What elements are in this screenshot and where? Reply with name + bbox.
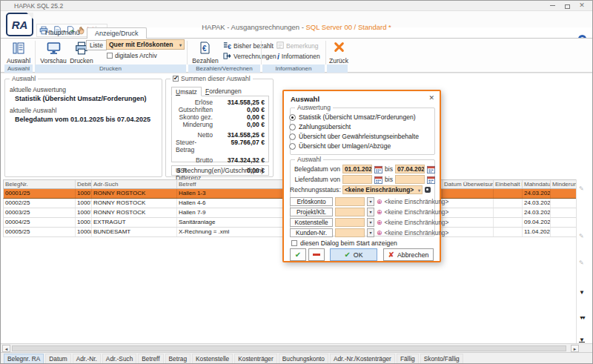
group-label-informationen: Informationen [262, 64, 325, 73]
column-header-einbehalt[interactable]: Einbehalt bis [494, 180, 523, 188]
dialog-close-icon[interactable]: ✕ [428, 94, 434, 102]
column-header-belegnr[interactable]: BelegNr. [4, 180, 76, 188]
confirm-check-button[interactable]: ✔ [290, 248, 306, 261]
maximize-button[interactable] [561, 3, 573, 10]
cell-einbehalt [494, 208, 523, 217]
cell-minderung [551, 189, 577, 198]
radio-umlagen[interactable]: Übersicht über Umlagen/Abzüge [289, 142, 391, 150]
radio-gewaehrleistung[interactable]: Übersicht über Gewährleistungseinbehalte [289, 133, 419, 140]
projekt-input[interactable] [335, 208, 365, 216]
kostenstelle-button[interactable]: Kostenstelle [290, 218, 333, 227]
clear-filter-icon[interactable]: ⊕ [377, 229, 382, 236]
lieferdatum-bis-input[interactable] [395, 175, 425, 184]
verrechnungen-button[interactable]: Verrechnungen [223, 52, 276, 61]
liste-button[interactable]: Liste [86, 40, 107, 50]
tab-anzeige-druck[interactable]: Anzeige/Druck [87, 27, 147, 39]
sort-tab-betrag[interactable]: Betrag [165, 354, 191, 364]
lieferdatum-row: Lieferdatum von bis [290, 175, 435, 184]
projekt-button[interactable]: Projekt/Klt. [290, 208, 333, 216]
cell-einbehalt [494, 218, 523, 227]
radio-zahlungsuebersicht[interactable]: Zahlungsübersicht [289, 123, 351, 130]
dropdown-caret-icon[interactable]: ▾ [367, 197, 374, 206]
clear-filter-icon[interactable]: ⊕ [377, 208, 382, 216]
radio-icon [289, 143, 296, 150]
sort-tab-belegnr[interactable]: Belegnr. RA [4, 354, 44, 364]
kundennr-input[interactable] [335, 228, 365, 237]
bemerkung-button[interactable]: Bemerkung [276, 42, 318, 50]
window-close-button[interactable]: ✕ [576, 2, 588, 10]
column-header-adrsuch[interactable]: Adr-Such [92, 180, 177, 188]
druck-layout-value: Quer mit Erlöskonten [109, 41, 173, 48]
bisher-bezahlt-button[interactable]: € Bisher bezahlt [223, 42, 274, 50]
erloeskonto-input[interactable] [335, 197, 365, 206]
clear-filter-icon[interactable]: ⊕ [377, 198, 382, 205]
cancel-button[interactable]: ✘ Abbrechen [383, 248, 434, 261]
belegdatum-von-input[interactable]: 01.01.2025 [342, 165, 372, 173]
cell-belegnr: 00001/25 [4, 189, 76, 198]
calendar-icon[interactable] [427, 176, 435, 184]
dropdown-caret-icon[interactable]: ▾ [367, 208, 374, 216]
sort-tab-faellig[interactable]: Fällig [397, 354, 419, 364]
radio-statistik[interactable]: Statistik (Übersicht Umsatz/Forderungen) [289, 113, 416, 121]
ribbon-group-labels: Auswahl Drucken Bezahlen/Verrechnen Info… [1, 64, 592, 73]
bezahlen-button[interactable]: € Bezahlen [191, 40, 220, 65]
group-label-bezahlen: Bezahlen/Verrechnen [188, 64, 260, 73]
rechnungsstatus-row: Rechnungsstatus: <keine Einschränkung> ▾ [290, 185, 431, 194]
sort-tab-adrsuch[interactable]: Adr.-Such [102, 354, 136, 364]
app-logo: RA [6, 13, 33, 36]
summen-label: Summen dieser Auswahl [181, 75, 251, 82]
kostenstelle-input[interactable] [335, 218, 365, 227]
next-record-icon[interactable]: ▼ [579, 291, 585, 294]
sort-tab-adrnr-kostentraeger[interactable]: Adr.-Nr./Kostenträger [330, 354, 395, 364]
scroll-right-icon[interactable]: ▸ [571, 345, 579, 352]
druck-layout-caret: ▾ [179, 42, 182, 47]
column-header-ueberweisung[interactable]: Datum Überweisung [443, 180, 494, 188]
startup-checkbox[interactable]: diesen Dialog beim Start anzeigen [291, 239, 397, 247]
column-header-minderung[interactable]: Minderung bis [551, 180, 577, 188]
vorschau-button[interactable]: Vorschau [39, 40, 67, 65]
sort-tab-betreff[interactable]: Betreff [138, 354, 163, 364]
back-close-icon [334, 42, 345, 54]
dropdown-caret-icon[interactable]: ▾ [367, 228, 374, 237]
lieferdatum-von-input[interactable] [342, 175, 372, 184]
rechnungsstatus-dropdown[interactable]: <keine Einschränkung> ▾ [342, 185, 423, 194]
tab-hauptmenu[interactable]: Hauptmenü [38, 27, 87, 38]
column-header-debitor[interactable]: Debitor [76, 180, 92, 188]
sort-tab-kostentraeger[interactable]: Kostenträger [234, 354, 277, 364]
sort-tab-adrnr[interactable]: Adr.-Nr. [73, 354, 101, 364]
sort-tab-skonto-faellig[interactable]: Skonto/Fällig [420, 354, 463, 364]
status-filter-icon[interactable] [425, 187, 431, 193]
ok-button[interactable]: ✔ OK [330, 248, 377, 261]
ribbon-separator [35, 41, 36, 64]
minimize-button[interactable] [546, 2, 558, 10]
scrollbar-thumb[interactable] [12, 345, 566, 351]
calendar-icon[interactable] [374, 165, 382, 173]
informationen-button[interactable]: i Informationen [277, 52, 320, 61]
sort-tab-kostenstelle[interactable]: Kostenstelle [192, 354, 233, 364]
scroll-left-icon[interactable]: ◂ [2, 345, 10, 352]
belegdatum-bis-input[interactable]: 07.04.2025 [395, 165, 425, 173]
remove-button[interactable] [308, 248, 325, 261]
druck-layout-dropdown[interactable]: Quer mit Erlöskonten ▾ [106, 39, 185, 50]
sort-tab-buchungskonto[interactable]: Buchungskonto [279, 354, 328, 364]
sort-tab-datum[interactable]: Datum [45, 354, 70, 364]
erloeskonto-button[interactable]: Erlöskonto [290, 197, 333, 206]
calendar-icon[interactable] [374, 176, 382, 184]
aktuelle-auswertung-label: aktuelle Auswertung [10, 86, 66, 93]
verrechnungen-label: Verrechnungen [233, 53, 276, 60]
kundennr-button[interactable]: Kunden-Nr. [290, 228, 333, 237]
auswahl-button[interactable]: Auswahl [4, 40, 33, 65]
last-record-icon[interactable]: ▼ [579, 338, 585, 343]
tab-umsatz[interactable]: Umsatz [171, 87, 202, 96]
horizontal-scrollbar[interactable]: ◂ ▸ [1, 343, 592, 352]
calendar-icon[interactable] [427, 165, 435, 173]
column-header-mahndatum[interactable]: Mahndatum [523, 180, 551, 188]
zurueck-button[interactable]: Zurück [327, 40, 351, 65]
clear-filter-icon[interactable]: ⊕ [377, 219, 382, 226]
cell-mahndatum: 24.03.2025 [523, 189, 551, 198]
check-icon: ✔ [344, 251, 350, 259]
summen-checkbox[interactable] [173, 76, 179, 82]
dropdown-caret-icon[interactable]: ▾ [367, 218, 374, 227]
digitales-archiv-checkbox[interactable]: digitales Archiv [107, 51, 157, 60]
next-page-icon[interactable]: ▼▼ [579, 316, 586, 320]
